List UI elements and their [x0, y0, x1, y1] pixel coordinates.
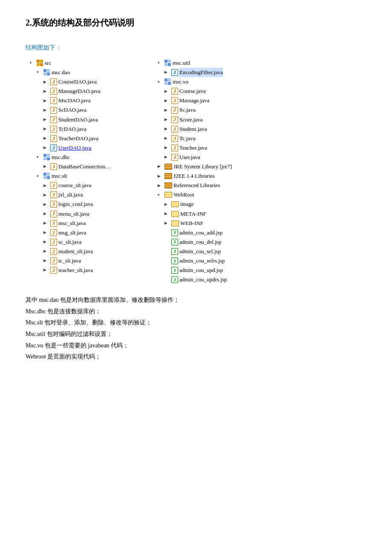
tree-label: StudentDAO.java — [58, 115, 98, 124]
tree-item: ▶JScore.java — [153, 115, 273, 124]
tree-label: msc.util — [173, 58, 190, 68]
tree-item: ▶Jmsc_slt.java — [26, 219, 153, 228]
pkg-icon — [43, 173, 50, 179]
tree-item: ▶JUser.java — [153, 153, 273, 162]
tree-arrow: ▶ — [43, 107, 49, 113]
tree-item: Jadmin_cou_upd.jsp — [153, 266, 273, 275]
java-icon: J — [50, 220, 57, 227]
tree-item: ▶JScDAO.java — [26, 105, 153, 115]
tree-item: ▶image — [153, 199, 273, 209]
tree-label: admin_cou_sel.jsp — [179, 247, 221, 256]
tree-label: admin_cou_add.jsp — [179, 228, 222, 237]
tree-arrow: ▶ — [164, 201, 170, 208]
tree-label: TeacherDAO.java — [58, 134, 98, 143]
jsp-icon: J — [171, 267, 178, 274]
tree-container: ▾src▾msc.dao▶JCourseDAO.java▶JMassageDAO… — [26, 58, 366, 284]
tree-arrow: ▶ — [158, 182, 164, 189]
tree-label: MassageDAO.java — [58, 87, 101, 96]
tree-label: Sc.java — [179, 105, 196, 115]
tree-label: msc_slt.java — [58, 219, 86, 228]
tree-item: ▾msc.dao — [26, 68, 153, 77]
tree-label: jxl_slt.java — [58, 190, 83, 199]
java-icon: J — [171, 154, 178, 161]
tree-arrow: ▶ — [43, 211, 49, 217]
tree-item: ▶JStudent.java — [153, 124, 273, 134]
tree-arrow: ▶ — [164, 107, 170, 113]
tree-item: ▶JCourseDAO.java — [26, 77, 153, 87]
tree-label: student_slt.java — [58, 247, 93, 256]
tree-arrow: ▶ — [43, 145, 49, 151]
tree-arrow: ▶ — [43, 126, 49, 132]
tree-item: ▶JMscDAO.java — [26, 96, 153, 105]
jsp-icon: J — [171, 239, 178, 246]
tree-label: admin_cou_upd.jsp — [179, 266, 223, 275]
tree-label: admin_cou_del.jsp — [179, 237, 222, 247]
java-icon: J — [171, 135, 178, 142]
java-icon: J — [50, 257, 57, 264]
tree-label: teacher_slt.java — [58, 266, 93, 275]
tree-item: ▶JCourse.java — [153, 87, 273, 96]
tree-right-col: ▾msc.util▶JEncodingFilter.java▾msc.vo▶JC… — [153, 58, 273, 284]
tree-item: ▶META-INF — [153, 209, 273, 219]
tree-item: ▶Referenced Libraries — [153, 181, 273, 190]
java-icon: J — [50, 107, 57, 114]
tree-arrow: ▶ — [43, 116, 49, 123]
tree-label: msc.slt — [52, 171, 67, 181]
java-blue-icon: J — [171, 69, 178, 76]
pkg-icon — [43, 154, 50, 161]
lib-icon — [164, 164, 172, 170]
java-icon: J — [50, 88, 57, 95]
tree-item: ▶JTeacher.java — [153, 143, 273, 153]
pkg-icon — [43, 69, 50, 76]
java-icon: J — [50, 163, 57, 170]
tree-label: Referenced Libraries — [173, 181, 220, 190]
tree-label: Teacher.java — [179, 143, 207, 153]
tree-arrow: ▶ — [164, 154, 170, 160]
tree-arrow: ▶ — [43, 98, 49, 104]
tree-label: Student.java — [179, 124, 207, 134]
description-line: Msc.slt 包对登录、添加、删除、修改等的验证； — [26, 317, 366, 329]
tree-label: sc_slt.java — [58, 237, 82, 247]
folder-icon — [164, 192, 172, 198]
tree-arrow: ▶ — [43, 163, 49, 170]
src-icon — [37, 60, 43, 66]
tree-label: login_conf.java — [58, 199, 93, 209]
description-line: Msc.dbc 包是连接数据库的； — [26, 306, 366, 318]
folder-icon — [171, 211, 179, 217]
tree-item: ▶JTcDAO.java — [26, 124, 153, 134]
pkg-icon — [164, 78, 171, 85]
tree-item: ▾msc.dbc — [26, 153, 153, 162]
java-icon: J — [50, 78, 57, 85]
tree-item: ▶Jtc_slt.java — [26, 256, 153, 266]
java-icon: J — [50, 239, 57, 246]
java-icon: J — [171, 145, 178, 151]
folder-icon — [171, 220, 179, 226]
tree-label: msc.vo — [173, 77, 188, 87]
tree-arrow: ▶ — [43, 257, 49, 264]
tree-item: ▶Jsc_slt.java — [26, 237, 153, 247]
tree-label: msc.dao — [52, 68, 70, 77]
tree-label: admin_cou_selrs.jsp — [179, 256, 225, 266]
tree-item: ▶Jlogin_conf.java — [26, 199, 153, 209]
tree-arrow: ▶ — [43, 79, 49, 85]
tree-arrow: ▾ — [37, 173, 43, 179]
jsp-icon: J — [171, 248, 178, 255]
tree-arrow: ▶ — [164, 126, 170, 132]
tree-label: msg_slt.java — [58, 228, 86, 237]
java-icon: J — [171, 116, 178, 123]
tree-item: Jadmin_cou_selrs.jsp — [153, 256, 273, 266]
page-heading: 2.系统的结构及部分代码说明 — [26, 17, 366, 29]
tree-label: Score.java — [179, 115, 203, 124]
tree-item: Jadmin_cou_sel.jsp — [153, 247, 273, 256]
tree-item: ▶JTeacherDAO.java — [26, 134, 153, 143]
tree-item: ▶Jmenu_slt.java — [26, 209, 153, 219]
tree-arrow: ▶ — [43, 135, 49, 142]
tree-arrow: ▶ — [43, 88, 49, 95]
jsp-icon: J — [171, 276, 178, 283]
tree-arrow: ▶ — [43, 229, 49, 236]
tree-label: META-INF — [180, 209, 206, 219]
tree-item: Jadmin_cou_add.jsp — [153, 228, 273, 237]
tree-item: Jadmin_cou_del.jsp — [153, 237, 273, 247]
tree-item: ▶JMassageDAO.java — [26, 87, 153, 96]
tree-item: ▶JEncodingFilter.java — [153, 68, 273, 77]
